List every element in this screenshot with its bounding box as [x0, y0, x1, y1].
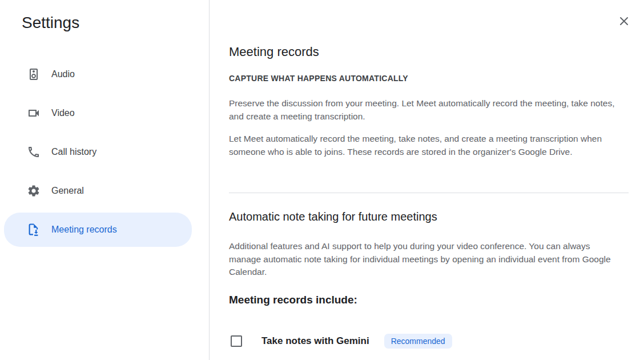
meeting-records-panel: Meeting records CAPTURE WHAT HAPPENS AUT…	[210, 0, 644, 360]
phone-icon	[26, 145, 41, 159]
settings-nav: Audio Video Call history General	[0, 57, 209, 247]
sidebar-item-label: Meeting records	[51, 225, 117, 235]
sidebar-item-label: General	[51, 186, 84, 196]
sidebar-item-audio[interactable]: Audio	[4, 57, 192, 91]
sidebar-item-call-history[interactable]: Call history	[4, 135, 192, 169]
sidebar-item-video[interactable]: Video	[4, 96, 192, 130]
videocam-icon	[26, 106, 41, 121]
take-notes-checkbox[interactable]	[231, 335, 242, 347]
file-download-icon	[26, 222, 41, 237]
description-paragraph: Preserve the discussion from your meetin…	[229, 97, 617, 123]
recommended-badge: Recommended	[384, 334, 452, 349]
sidebar-item-label: Call history	[51, 147, 96, 157]
settings-sidebar: Settings Audio Video Call history Genera…	[0, 0, 210, 360]
subsection-title: Automatic note taking for future meeting…	[229, 210, 437, 223]
gemini-option-row: Take notes with Gemini Recommended	[231, 334, 452, 349]
description-paragraph: Let Meet automatically record the meetin…	[229, 133, 617, 158]
section-title: Meeting records	[229, 45, 319, 59]
description-paragraph: Additional features and AI support to he…	[229, 240, 617, 279]
include-title: Meeting records include:	[229, 294, 357, 306]
close-button[interactable]	[617, 14, 631, 29]
gear-icon	[26, 183, 41, 198]
caps-label: CAPTURE WHAT HAPPENS AUTOMATICALLY	[229, 74, 408, 83]
sidebar-item-general[interactable]: General	[4, 174, 192, 208]
sidebar-item-label: Video	[51, 108, 75, 118]
section-divider	[229, 193, 629, 193]
speaker-icon	[26, 67, 41, 82]
sidebar-item-meeting-records[interactable]: Meeting records	[4, 213, 192, 247]
close-icon	[617, 14, 631, 28]
dialog-title: Settings	[22, 14, 79, 32]
sidebar-item-label: Audio	[51, 69, 75, 79]
take-notes-label: Take notes with Gemini	[261, 335, 369, 347]
